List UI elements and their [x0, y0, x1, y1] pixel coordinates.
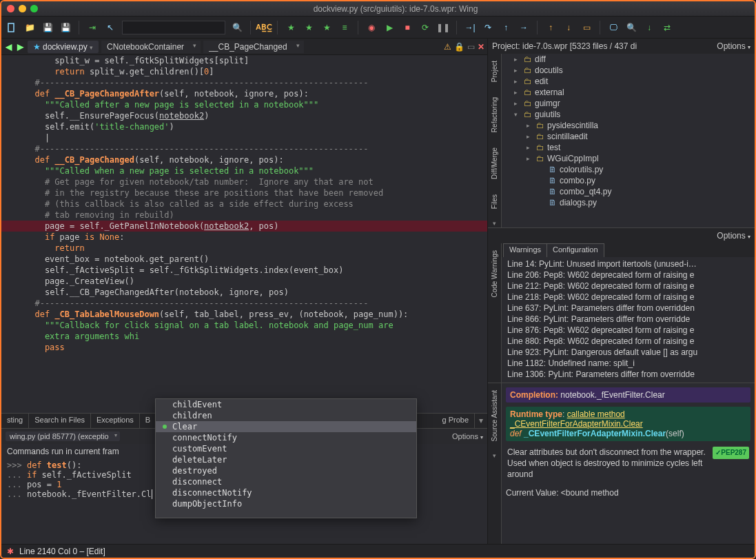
- autocomplete-item[interactable]: childEvent: [156, 399, 416, 410]
- maximize-window-icon[interactable]: [30, 5, 38, 12]
- run-icon[interactable]: ▶: [383, 21, 396, 34]
- sidetab-overflow-icon[interactable]: ▾: [493, 220, 496, 227]
- tree-row[interactable]: 🗎dialogs.py: [502, 197, 755, 208]
- tree-row[interactable]: ▸🗀test: [502, 142, 755, 153]
- tab-configuration[interactable]: Configuration: [547, 243, 604, 257]
- tree-row[interactable]: 🗎combo_qt4.py: [502, 186, 755, 197]
- record-icon[interactable]: ◉: [365, 21, 378, 34]
- warning-line[interactable]: Line 923: PyLint: Dangerous default valu…: [502, 347, 755, 358]
- warning-line[interactable]: Line 206: Pep8: W602 deprecated form of …: [502, 270, 755, 281]
- warning-line[interactable]: Line 1306: PyLint: Parameters differ fro…: [502, 369, 755, 380]
- open-icon[interactable]: 📁: [23, 21, 36, 34]
- tree-row[interactable]: ▸🗀guimgr: [502, 98, 755, 109]
- sidetab-files[interactable]: Files: [491, 190, 498, 213]
- monitor-icon[interactable]: 🖵: [607, 21, 620, 34]
- tree-row[interactable]: ▸🗀docutils: [502, 65, 755, 76]
- bookmark-icon[interactable]: ★: [285, 21, 297, 34]
- close-window-icon[interactable]: [7, 5, 14, 12]
- tree-row[interactable]: ▸🗀edit: [502, 76, 755, 87]
- tree-row[interactable]: 🗎colorutils.py: [502, 164, 755, 175]
- lock-icon[interactable]: 🔒: [454, 42, 464, 52]
- step-over-icon[interactable]: ↷: [482, 21, 494, 34]
- tab-b[interactable]: B: [140, 414, 156, 428]
- warnings-options[interactable]: Options ▾: [717, 231, 750, 241]
- sidetab-code-warnings[interactable]: Code Warnings: [491, 246, 498, 302]
- tree-row[interactable]: ▸🗀WGuiCppImpl: [502, 153, 755, 164]
- autocomplete-item[interactable]: destroyed: [156, 465, 416, 476]
- bookmark-list-icon[interactable]: ≡: [338, 21, 351, 34]
- download-icon[interactable]: ↓: [643, 21, 655, 34]
- step-out-icon[interactable]: ↑: [500, 21, 512, 34]
- run-to-icon[interactable]: →: [518, 21, 530, 34]
- tab-overflow-icon[interactable]: ▾: [475, 414, 487, 428]
- autocomplete-item[interactable]: children: [156, 410, 416, 421]
- frame-up-icon[interactable]: ↑: [544, 21, 557, 34]
- autocomplete-item[interactable]: dumpObjectInfo: [156, 498, 416, 509]
- tree-row[interactable]: ▸🗀diff: [502, 54, 755, 65]
- cursor-icon[interactable]: ↖: [104, 21, 116, 34]
- bookmark-next-icon[interactable]: ★: [320, 21, 333, 34]
- project-tree[interactable]: ▸🗀diff▸🗀docutils▸🗀edit▸🗀external▸🗀guimgr…: [502, 54, 755, 227]
- autocomplete-item[interactable]: deleteLater: [156, 454, 416, 465]
- bug-icon[interactable]: ✱: [7, 547, 14, 556]
- restart-icon[interactable]: ⟳: [419, 21, 431, 34]
- stop-icon[interactable]: ■: [401, 21, 413, 34]
- sidetab-refactoring[interactable]: Refactoring: [491, 93, 498, 136]
- search-icon[interactable]: 🔍: [231, 21, 243, 34]
- tab-debug-probe[interactable]: g Probe: [436, 414, 475, 428]
- warning-line[interactable]: Line 637: PyLint: Parameters differ from…: [502, 303, 755, 314]
- sidetab-project[interactable]: Project: [491, 57, 498, 86]
- zoom-icon[interactable]: 🔍: [625, 21, 637, 34]
- autocomplete-item[interactable]: customEvent: [156, 443, 416, 454]
- tree-row[interactable]: ▾🗀guiutils: [502, 109, 755, 120]
- nav-fwd-icon[interactable]: ▶: [16, 42, 25, 52]
- options-link[interactable]: Options ▾: [452, 432, 483, 440]
- sidetab-diff-merge[interactable]: Diff/Merge: [491, 143, 498, 183]
- tab-testing[interactable]: sting: [1, 414, 29, 428]
- step-into-icon[interactable]: →|: [464, 21, 476, 34]
- warning-line[interactable]: Line 14: PyLint: Unused import itertools…: [502, 258, 755, 270]
- tab-exceptions[interactable]: Exceptions: [91, 414, 140, 428]
- tree-row[interactable]: ▸🗀pysidescintilla: [502, 120, 755, 131]
- save-icon[interactable]: 💾: [41, 21, 54, 34]
- close-tab-icon[interactable]: ✕: [478, 42, 484, 52]
- pause-icon[interactable]: ❚❚: [437, 21, 449, 34]
- minimize-window-icon[interactable]: [19, 5, 26, 12]
- sidetab-source-assistant[interactable]: Source Assistant: [491, 386, 498, 445]
- editor-tab-dockview[interactable]: ★dockview.py ▾: [28, 41, 99, 53]
- tab-search-in-files[interactable]: Search in Files: [29, 414, 91, 428]
- tree-row[interactable]: 🗎combo.py: [502, 175, 755, 186]
- warning-line[interactable]: Line 866: PyLint: Parameters differ from…: [502, 314, 755, 325]
- warning-line[interactable]: Line 218: Pep8: W602 deprecated form of …: [502, 292, 755, 303]
- autocomplete-item[interactable]: connectNotify: [156, 432, 416, 443]
- warning-line[interactable]: Line 876: Pep8: W602 deprecated form of …: [502, 325, 755, 336]
- warning-icon[interactable]: ⚠: [444, 42, 451, 52]
- new-file-icon[interactable]: [6, 21, 18, 34]
- warning-list[interactable]: Line 14: PyLint: Unused import itertools…: [502, 257, 755, 381]
- spellcheck-icon[interactable]: AB̲C̲: [258, 21, 270, 34]
- code-editor[interactable]: split_w = self._fGtkSplitWidgets[split] …: [1, 55, 487, 413]
- search-input[interactable]: [122, 21, 225, 34]
- tree-row[interactable]: ▸🗀external: [502, 87, 755, 98]
- frame-icon[interactable]: ▭: [580, 21, 593, 34]
- project-options[interactable]: Options ▾: [717, 41, 750, 51]
- sidetab-overflow2-icon[interactable]: ▾: [493, 452, 496, 459]
- editor-class-crumb[interactable]: CNotebookContainer: [101, 41, 201, 53]
- autocomplete-item[interactable]: disconnect: [156, 476, 416, 487]
- autocomplete-item[interactable]: disconnectNotify: [156, 487, 416, 498]
- warning-line[interactable]: Line 880: Pep8: W602 deprecated form of …: [502, 336, 755, 347]
- autocomplete-item[interactable]: Clear: [156, 421, 416, 432]
- warning-line[interactable]: Line 212: Pep8: W602 deprecated form of …: [502, 281, 755, 292]
- frame-down-icon[interactable]: ↓: [562, 21, 575, 34]
- nav-back-icon[interactable]: ◀: [4, 42, 13, 52]
- editor-func-crumb[interactable]: __CB_PageChanged: [203, 41, 303, 53]
- tree-row[interactable]: ▸🗀scintillaedit: [502, 131, 755, 142]
- warning-line[interactable]: Line 1182: Undefined name: split_i: [502, 358, 755, 369]
- indent-icon[interactable]: ⇥: [86, 21, 99, 34]
- bookmark-prev-icon[interactable]: ★: [303, 21, 315, 34]
- process-selector[interactable]: wing.py (pid 85777) (exceptio: [6, 431, 120, 441]
- tab-warnings[interactable]: Warnings: [503, 243, 547, 257]
- save-all-icon[interactable]: 💾: [59, 21, 72, 34]
- sync-icon[interactable]: ⇄: [661, 21, 673, 34]
- split-icon[interactable]: ▭: [467, 42, 475, 52]
